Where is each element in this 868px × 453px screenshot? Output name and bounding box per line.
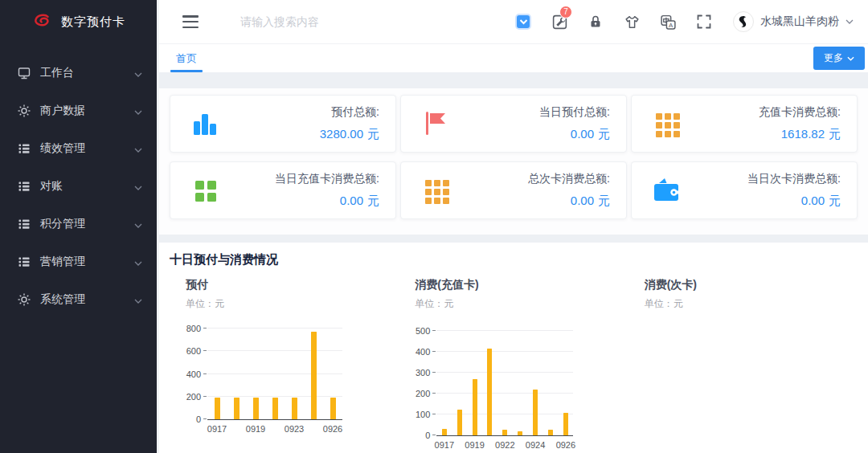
stat-card-today-recharge: 当日充值卡消费总额: 0.00元 (170, 161, 396, 219)
x-axis-tick-label: 0923 (285, 424, 304, 434)
stat-card-label: 当日预付总额: (539, 105, 610, 120)
wallet-icon (651, 175, 682, 206)
list-icon (17, 255, 31, 269)
sidebar-item-merchant-data[interactable]: 商户数据 (0, 92, 157, 129)
app-window: 数字预付卡 工作台 (0, 0, 868, 453)
lock-icon[interactable] (587, 13, 604, 31)
stat-card-label: 充值卡消费总额: (759, 105, 841, 120)
y-axis-tick-label: 400 (416, 347, 430, 357)
y-axis-tick-mark (432, 414, 436, 414)
gridline (207, 328, 342, 329)
stat-card-label: 预付总额: (320, 105, 379, 120)
x-axis-tick-label: 0926 (323, 424, 342, 434)
sidebar-item-label: 系统管理 (40, 292, 134, 307)
bar (563, 413, 568, 435)
y-axis-tick-mark (203, 328, 207, 329)
user-dropdown[interactable]: 水城黑山羊肉粉 (733, 11, 854, 32)
bar (487, 349, 492, 435)
y-axis-tick-mark (203, 373, 207, 374)
grid4-icon (190, 175, 220, 206)
bar-chart-icon (190, 108, 220, 139)
tab-home[interactable]: 首页 (170, 44, 203, 72)
notification-badge: 7 (559, 6, 572, 18)
stat-card-value: 0.00元 (539, 127, 610, 142)
menu-toggle-icon[interactable] (182, 15, 199, 28)
divider-band (159, 235, 868, 243)
sidebar-item-points[interactable]: 积分管理 (0, 205, 157, 243)
gridline (436, 330, 573, 331)
sidebar-item-label: 工作台 (40, 66, 134, 80)
y-axis-tick-mark (432, 330, 436, 331)
sidebar-item-label: 营销管理 (40, 255, 134, 269)
sidebar-item-label: 绩效管理 (40, 141, 134, 156)
brand-name: 数字预付卡 (61, 14, 125, 30)
divider-band (159, 72, 868, 88)
sidebar-item-workbench[interactable]: 工作台 (0, 54, 157, 92)
y-axis-tick-label: 100 (416, 410, 430, 419)
section-title: 十日预付与消费情况 (170, 252, 858, 267)
bar (215, 398, 220, 419)
chevron-down-icon (134, 293, 142, 306)
gear-icon (17, 292, 31, 307)
tshirt-icon[interactable] (623, 13, 641, 31)
y-axis-tick-label: 0 (196, 414, 201, 424)
more-label: 更多 (824, 51, 843, 65)
tools-icon[interactable]: 7 (551, 13, 568, 31)
chevron-down-square-icon[interactable] (514, 13, 532, 31)
translate-icon[interactable]: A (659, 13, 677, 31)
stat-card-label: 当日充值卡消费总额: (275, 172, 379, 186)
sidebar-item-performance[interactable]: 绩效管理 (0, 129, 157, 167)
x-axis-tick-label: 0917 (435, 440, 454, 450)
chart-recharge-consumption: 消费(充值卡) 单位：元 010020030040050009170919092… (399, 278, 628, 436)
y-axis-tick-mark (203, 350, 207, 351)
bar (330, 398, 336, 419)
bar (272, 398, 278, 419)
stat-cards-section: 预付总额: 3280.00元 当日预付总额: 0.00元 (159, 88, 868, 235)
y-axis-tick-mark (203, 418, 207, 419)
chart-plot-area: 010020030040050009170919092209240926 (436, 331, 573, 436)
chevron-down-icon (845, 19, 854, 24)
search-input[interactable] (240, 15, 425, 28)
top-right-actions: 7 A (514, 11, 868, 32)
sidebar-item-system[interactable]: 系统管理 (0, 280, 157, 318)
fullscreen-icon[interactable] (695, 13, 713, 31)
bar (518, 431, 522, 435)
chart-title: 预付 (186, 278, 399, 292)
stat-card-label: 总次卡消费总额: (528, 172, 610, 186)
list-icon (17, 141, 31, 156)
more-button[interactable]: 更多 (813, 47, 865, 70)
gridline (436, 372, 573, 373)
stat-card-value: 3280.00元 (320, 127, 379, 142)
top-bar: 7 A (159, 0, 868, 44)
bar (442, 429, 447, 435)
y-axis-tick-label: 800 (186, 324, 201, 333)
chart-title: 消费(次卡) (645, 278, 858, 292)
y-axis-tick-label: 0 (425, 431, 430, 440)
stat-card-value: 0.00元 (275, 194, 379, 209)
grid9-icon (420, 175, 451, 206)
y-axis-tick-mark (432, 435, 436, 435)
grid9-icon (651, 108, 682, 139)
sidebar-item-label: 商户数据 (40, 104, 134, 118)
stat-card-times-card-total: 总次卡消费总额: 0.00元 (400, 161, 627, 219)
bar (457, 410, 462, 436)
gridline (436, 351, 573, 352)
sidebar-item-label: 对账 (40, 179, 134, 194)
sidebar-item-reconciliation[interactable]: 对账 (0, 167, 157, 205)
y-axis-tick-mark (432, 372, 436, 373)
x-axis-tick-label: 0924 (526, 440, 545, 450)
chart-prepaid: 预付 单位：元 02004006008000917091909230926 (170, 278, 399, 436)
sidebar-item-label: 积分管理 (40, 217, 134, 231)
y-axis-tick-label: 200 (186, 392, 201, 402)
stat-card-value: 0.00元 (528, 194, 610, 209)
chart-times-card-consumption: 消费(次卡) 单位：元 (628, 278, 858, 436)
chart-unit-label: 单位：元 (645, 297, 858, 311)
chart-unit-label: 单位：元 (415, 297, 628, 311)
x-axis-tick-label: 0919 (465, 440, 484, 450)
user-name: 水城黑山羊肉粉 (760, 14, 839, 29)
sidebar-item-marketing[interactable]: 营销管理 (0, 243, 157, 280)
x-axis-tick-label: 0922 (495, 440, 514, 450)
stat-card-label: 当日次卡消费总额: (747, 172, 841, 186)
flag-icon (420, 108, 451, 139)
stat-card-today-times-card: 当日次卡消费总额: 0.00元 (631, 161, 858, 219)
